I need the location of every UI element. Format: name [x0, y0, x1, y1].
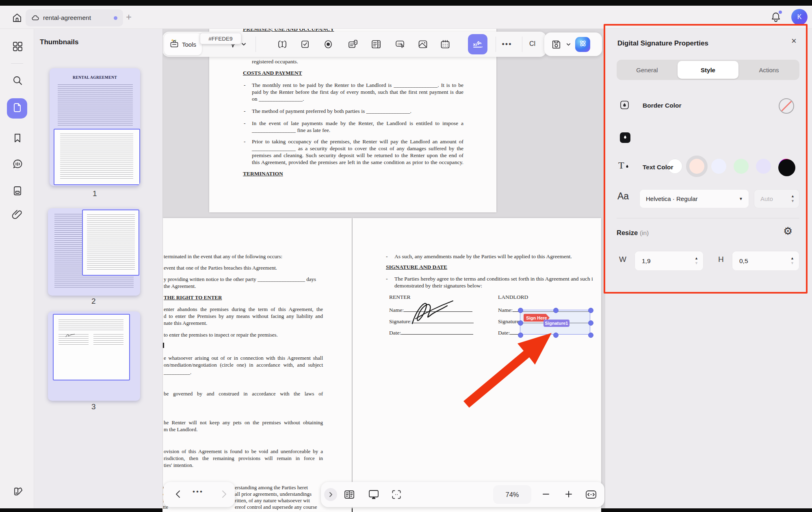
doc-line: paid by the Renter before the first day … — [252, 89, 463, 95]
radio-button-field-tool[interactable] — [321, 37, 335, 51]
page-thumbnail-1[interactable]: RENTAL AGREEMENT — [50, 68, 140, 186]
thumb-doc-title: RENTAL AGREEMENT — [50, 76, 140, 80]
tab-general[interactable]: General — [617, 60, 678, 80]
notifications-button[interactable] — [768, 9, 784, 25]
radio-button-field-icon — [323, 39, 333, 50]
resize-handle[interactable] — [518, 308, 523, 313]
back-button[interactable] — [173, 489, 184, 499]
resize-handle[interactable] — [588, 320, 593, 326]
properties-panel: Digital Signature Properties × General S… — [605, 28, 812, 508]
font-family-select[interactable]: Helvetica · Regular ▼ — [639, 189, 749, 208]
page-thumbnail-3[interactable] — [48, 311, 140, 401]
top-black-band — [0, 0, 812, 6]
panel-tab-bar: General Style Actions — [617, 60, 799, 80]
thumb-text-lines — [93, 334, 123, 345]
stepper-arrows[interactable]: ▲▼ — [790, 257, 794, 265]
zoom-in-button[interactable] — [563, 488, 574, 500]
color-swatch-light-purple[interactable] — [756, 159, 771, 174]
two-page-view-button[interactable] — [343, 488, 356, 501]
rail-item-pages[interactable] — [9, 182, 26, 200]
close-icon: × — [791, 36, 797, 46]
color-swatch-ffede9-selected[interactable] — [689, 159, 704, 174]
tab-style-active[interactable]: Style — [678, 61, 738, 79]
push-button-field-tool[interactable]: OK — [393, 37, 407, 51]
presentation-button[interactable] — [367, 488, 380, 501]
doc-column-header: RENTER — [389, 294, 411, 300]
forward-button[interactable] — [219, 489, 229, 499]
zoom-level-button[interactable]: 74% — [493, 485, 531, 504]
home-button[interactable] — [9, 10, 25, 26]
color-swatch-light-green[interactable] — [734, 159, 749, 174]
combo-box-field-tool[interactable] — [346, 37, 359, 51]
top-bar: rental-agreement + K — [0, 6, 812, 29]
expand-panel-button[interactable] — [324, 488, 337, 501]
resize-handle[interactable] — [588, 333, 593, 338]
ai-assistant-button[interactable] — [575, 37, 590, 52]
doc-line: The method of payment preferred by both … — [252, 108, 411, 114]
stepper-arrows[interactable]: ▲▼ — [791, 194, 795, 203]
rail-item-thumbnails[interactable] — [7, 98, 27, 119]
tools-button[interactable]: Tools — [164, 33, 202, 55]
toolbox-icon — [169, 39, 179, 50]
text-color-value-button[interactable] — [778, 159, 795, 176]
doc-line: e whatsoever arising out of or in connec… — [164, 354, 323, 361]
close-panel-button[interactable]: × — [791, 37, 797, 45]
list-box-field-tool[interactable] — [369, 37, 383, 51]
width-value: 1,9 — [642, 257, 651, 265]
add-tab-button[interactable]: + — [126, 12, 132, 22]
digital-signature-field-tool-active[interactable] — [468, 34, 487, 54]
app-window: rental-agreement + K — [0, 0, 812, 512]
page-thumbnail-2[interactable] — [48, 208, 140, 296]
doc-line: to enter the premises to inspect or repa… — [164, 331, 278, 338]
chevron-down-icon: ▼ — [739, 197, 743, 201]
doc-line: terminated in the event that any of the … — [164, 253, 282, 260]
rail-item-bookmarks[interactable] — [9, 129, 26, 147]
date-field-tool[interactable] — [438, 37, 452, 51]
image-field-tool[interactable] — [416, 37, 430, 51]
rail-item-comments[interactable] — [9, 155, 26, 173]
notification-dot — [779, 11, 782, 14]
fit-width-button[interactable] — [584, 488, 598, 501]
fullscreen-button[interactable] — [391, 489, 402, 500]
stepper-arrows[interactable]: ▲▼ — [695, 257, 698, 265]
more-tools-button[interactable]: ••• — [500, 37, 514, 51]
font-size-stepper[interactable]: Auto ▲▼ — [754, 189, 799, 208]
rail-item-styles[interactable] — [9, 482, 26, 500]
width-input[interactable]: 1,9 ▲▼ — [634, 251, 704, 271]
resize-settings-button[interactable]: ⚙ — [783, 226, 793, 236]
doc-line: ereof control and supersede any course — [235, 503, 319, 510]
zoom-out-button[interactable] — [540, 488, 552, 500]
view-control-pill: 1 2 3 74% — [321, 482, 604, 507]
avatar[interactable]: K — [791, 9, 808, 25]
doc-line: ________________ as a security deposit t… — [252, 145, 463, 152]
save-button[interactable] — [551, 39, 562, 50]
tab-actions[interactable]: Actions — [738, 60, 799, 80]
date-field-icon — [440, 39, 451, 50]
bullet-dash: - — [386, 275, 388, 282]
bookmark-icon — [12, 132, 23, 144]
rail-item-attachments[interactable] — [9, 205, 26, 223]
no-border-color-button[interactable] — [779, 98, 794, 114]
document-tab[interactable]: rental-agreement — [26, 9, 123, 26]
list-box-field-icon — [370, 39, 382, 50]
document-page-3-left[interactable]: terminated in the event that any of the … — [162, 218, 352, 512]
rail-item-apps[interactable] — [9, 37, 26, 55]
doc-line: on/mediation/negotiation (circle one) in… — [164, 361, 323, 368]
doc-line: on ________________. — [252, 95, 304, 102]
height-input[interactable]: 0,5 ▲▼ — [732, 251, 799, 271]
doc-line: As such, any amendments made by the Part… — [394, 253, 572, 260]
font-family-value: Helvetica · Regular — [646, 195, 698, 202]
push-button-field-icon: OK — [394, 39, 406, 50]
resize-handle[interactable] — [588, 308, 593, 313]
thumb-text-lines — [58, 84, 133, 127]
home-icon — [11, 12, 23, 24]
checkbox-field-tool[interactable] — [298, 37, 312, 51]
color-swatch-lavender-white[interactable] — [711, 159, 726, 174]
bullet-dash: - — [386, 253, 388, 260]
save-dropdown[interactable] — [566, 42, 571, 47]
close-button[interactable]: Cl — [529, 40, 535, 48]
resize-handle[interactable] — [553, 308, 559, 313]
rail-item-search[interactable] — [9, 71, 26, 89]
more-icon[interactable]: ••• — [193, 488, 204, 496]
text-field-tool[interactable] — [275, 37, 289, 51]
